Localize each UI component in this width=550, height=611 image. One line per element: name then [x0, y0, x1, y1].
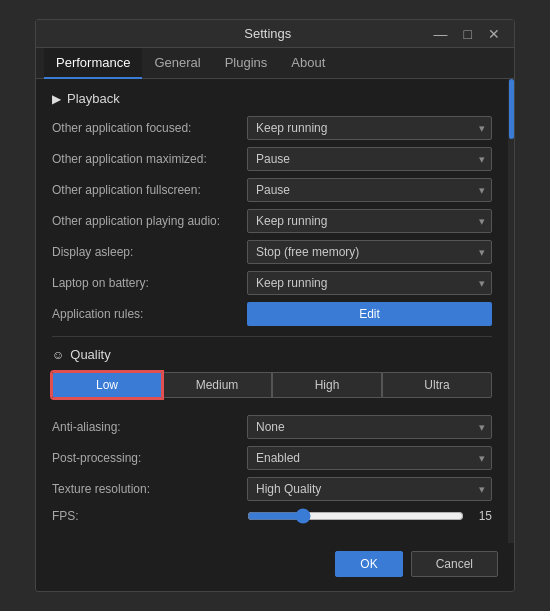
dropdown-display-asleep[interactable]: Keep running Pause Stop (free memory): [247, 240, 492, 264]
cancel-button[interactable]: Cancel: [411, 551, 498, 577]
select-wrapper-5: Keep running Pause Stop (free memory): [247, 271, 492, 295]
quality-low-button[interactable]: Low: [52, 372, 162, 398]
fps-row: FPS: 15: [52, 508, 492, 524]
form-row-texture: Texture resolution: Low Medium High Qual…: [52, 477, 492, 501]
select-wrapper-0: Keep running Pause Stop (free memory): [247, 116, 492, 140]
quality-button-group: Low Medium High Ultra: [52, 372, 492, 398]
select-wrapper-4: Keep running Pause Stop (free memory): [247, 240, 492, 264]
form-row-4: Display asleep: Keep running Pause Stop …: [52, 240, 492, 264]
label-other-focused: Other application focused:: [52, 121, 247, 135]
playback-section-header: ▶ Playback: [52, 91, 492, 106]
dropdown-other-focused[interactable]: Keep running Pause Stop (free memory): [247, 116, 492, 140]
titlebar: Settings — □ ✕: [36, 20, 514, 48]
tab-bar: Performance General Plugins About: [36, 48, 514, 79]
titlebar-controls: — □ ✕: [430, 27, 504, 41]
fps-slider[interactable]: [247, 508, 464, 524]
quality-medium-button[interactable]: Medium: [162, 372, 272, 398]
quality-section: ☺ Quality Low Medium High Ultra: [52, 347, 492, 524]
fps-label: FPS:: [52, 509, 247, 523]
tab-about[interactable]: About: [279, 48, 337, 79]
select-wrapper-texture: Low Medium High Quality: [247, 477, 492, 501]
fps-slider-wrap: 15: [247, 508, 492, 524]
quality-section-label: Quality: [70, 347, 110, 362]
select-wrapper-1: Keep running Pause Stop (free memory): [247, 147, 492, 171]
quality-ultra-button[interactable]: Ultra: [382, 372, 492, 398]
dropdown-other-fullscreen[interactable]: Keep running Pause Stop (free memory): [247, 178, 492, 202]
label-other-fullscreen: Other application fullscreen:: [52, 183, 247, 197]
quality-buttons-row: Low Medium High Ultra: [52, 372, 492, 408]
scrollbar-thumb[interactable]: [509, 79, 514, 139]
form-row-anti-aliasing: Anti-aliasing: None 2x MSAA 4x MSAA: [52, 415, 492, 439]
form-row-5: Laptop on battery: Keep running Pause St…: [52, 271, 492, 295]
play-icon: ▶: [52, 92, 61, 106]
dropdown-texture-resolution[interactable]: Low Medium High Quality: [247, 477, 492, 501]
scrollbar-track[interactable]: [508, 79, 514, 543]
quality-icon: ☺: [52, 348, 64, 362]
label-display-asleep: Display asleep:: [52, 245, 247, 259]
form-row-3: Other application playing audio: Keep ru…: [52, 209, 492, 233]
content-wrapper: ▶ Playback Other application focused: Ke…: [36, 79, 514, 543]
footer: OK Cancel: [36, 543, 514, 591]
select-wrapper-2: Keep running Pause Stop (free memory): [247, 178, 492, 202]
dropdown-laptop-battery[interactable]: Keep running Pause Stop (free memory): [247, 271, 492, 295]
main-content: ▶ Playback Other application focused: Ke…: [36, 79, 508, 543]
select-wrapper-3: Keep running Pause Stop (free memory): [247, 209, 492, 233]
app-rules-control: Edit: [247, 302, 492, 326]
label-other-audio: Other application playing audio:: [52, 214, 247, 228]
label-anti-aliasing: Anti-aliasing:: [52, 420, 247, 434]
quality-section-header: ☺ Quality: [52, 347, 492, 362]
close-button[interactable]: ✕: [484, 27, 504, 41]
window-title: Settings: [106, 26, 430, 41]
form-row-app-rules: Application rules: Edit: [52, 302, 492, 326]
label-other-maximized: Other application maximized:: [52, 152, 247, 166]
dropdown-other-audio[interactable]: Keep running Pause Stop (free memory): [247, 209, 492, 233]
tab-general[interactable]: General: [142, 48, 212, 79]
tab-plugins[interactable]: Plugins: [213, 48, 280, 79]
playback-section-label: Playback: [67, 91, 120, 106]
dropdown-post-processing[interactable]: Enabled Disabled: [247, 446, 492, 470]
label-laptop-battery: Laptop on battery:: [52, 276, 247, 290]
label-app-rules: Application rules:: [52, 307, 247, 321]
edit-button[interactable]: Edit: [247, 302, 492, 326]
form-row-0: Other application focused: Keep running …: [52, 116, 492, 140]
label-texture-resolution: Texture resolution:: [52, 482, 247, 496]
form-row-post-processing: Post-processing: Enabled Disabled: [52, 446, 492, 470]
fps-value: 15: [472, 509, 492, 523]
select-wrapper-pp: Enabled Disabled: [247, 446, 492, 470]
quality-high-button[interactable]: High: [272, 372, 382, 398]
form-row-1: Other application maximized: Keep runnin…: [52, 147, 492, 171]
maximize-button[interactable]: □: [460, 27, 476, 41]
tab-performance[interactable]: Performance: [44, 48, 142, 79]
performance-panel: ▶ Playback Other application focused: Ke…: [36, 79, 508, 543]
section-divider: [52, 336, 492, 337]
form-row-2: Other application fullscreen: Keep runni…: [52, 178, 492, 202]
select-wrapper-aa: None 2x MSAA 4x MSAA: [247, 415, 492, 439]
label-post-processing: Post-processing:: [52, 451, 247, 465]
minimize-button[interactable]: —: [430, 27, 452, 41]
ok-button[interactable]: OK: [335, 551, 402, 577]
settings-window: Settings — □ ✕ Performance General Plugi…: [35, 19, 515, 592]
dropdown-anti-aliasing[interactable]: None 2x MSAA 4x MSAA: [247, 415, 492, 439]
dropdown-other-maximized[interactable]: Keep running Pause Stop (free memory): [247, 147, 492, 171]
